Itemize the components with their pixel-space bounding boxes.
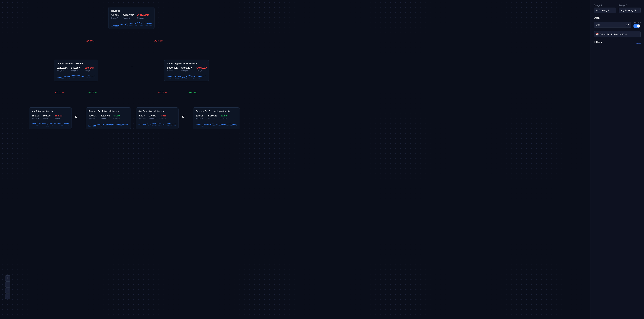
num-first-title: # of 1st Appointments xyxy=(32,110,69,112)
range-a-group: Range A: Jul 31 - Aug 14 xyxy=(594,4,616,13)
first-appt-range-b-label: Range B xyxy=(71,69,80,71)
rev-per-first-change-label: Change xyxy=(113,117,120,119)
num-first-change: -396.00 xyxy=(54,114,62,117)
pct-first-num: -67.01% xyxy=(55,91,64,94)
num-repeat-change-label: Change xyxy=(160,117,167,119)
pct-root-first: -66.33% xyxy=(86,40,94,43)
add-filter-button[interactable]: +add xyxy=(636,42,641,45)
num-repeat-card: # of Repeat Appointments 5.47K Range A 2… xyxy=(136,107,178,129)
download-button[interactable]: ↓ xyxy=(5,294,10,299)
zoom-in-button[interactable]: + xyxy=(5,275,10,281)
filters-label: Filters xyxy=(594,41,602,44)
first-appt-range-a: $120.82K xyxy=(56,66,68,69)
zoom-controls: + − ⛶ ↓ xyxy=(5,275,10,299)
repeat-appt-change-label: Change xyxy=(196,69,208,71)
remove-repeat-num-button[interactable]: X xyxy=(182,115,184,119)
num-repeat-range-a-label: Range A xyxy=(138,117,146,119)
repeat-appt-card: Repeat Appointments Revenue $900.43K Ran… xyxy=(164,59,209,81)
pct-first-rev: +2.05% xyxy=(88,91,96,94)
date-select-dropdown[interactable]: Day ▲▼ xyxy=(594,22,632,27)
rev-per-repeat-title: Revenue Per Repeat Appointments xyxy=(196,110,237,112)
pct-repeat-num: -55.05% xyxy=(158,91,166,94)
zoom-out-button[interactable]: − xyxy=(5,282,10,287)
rev-per-repeat-change: $0.55 xyxy=(220,114,227,117)
date-select-value: Day xyxy=(596,23,600,26)
num-first-range-a: 591.00 xyxy=(32,114,40,117)
rev-per-first-change: $4.19 xyxy=(113,114,120,117)
revenue-change-value: -$574.45K xyxy=(137,14,149,17)
rev-per-repeat-range-b: $165.22 xyxy=(208,114,217,117)
num-repeat-range-b-label: Range B xyxy=(149,117,156,119)
compare-label: Compare xyxy=(633,21,641,23)
num-first-range-a-label: Range A xyxy=(32,117,40,119)
first-appt-range-b: $40.68K xyxy=(71,66,80,69)
range-b-label: Range B: xyxy=(619,4,641,6)
rev-per-first-range-a-label: Range A xyxy=(88,117,98,119)
date-range-value: Jul 31, 2024 - Aug 29, 2024 xyxy=(600,33,627,35)
date-row: Day ▲▼ Compare xyxy=(594,21,641,28)
num-first-range-b-label: Range B xyxy=(43,117,50,119)
add-node-button[interactable]: + xyxy=(129,63,135,69)
revenue-card: Revenue $1.02M Range A $446.79K Range B … xyxy=(108,7,154,29)
range-a-label: Range A: xyxy=(594,4,616,6)
settings-icon[interactable]: ⋮ xyxy=(639,3,641,6)
num-repeat-change: -3.01K xyxy=(160,114,167,117)
repeat-appt-range-b-label: Range B xyxy=(181,69,192,71)
rev-per-repeat-range-b-label: Range B xyxy=(208,117,217,119)
first-appt-change: -$80.14K xyxy=(84,66,94,69)
fullscreen-button[interactable]: ⛶ xyxy=(5,288,10,293)
revenue-range-b-value: $446.79K xyxy=(123,14,134,17)
rev-per-repeat-range-a-label: Range A xyxy=(196,117,205,119)
first-appt-range-a-label: Range A xyxy=(56,69,68,71)
pct-repeat-rev: +0.33% xyxy=(189,91,197,94)
repeat-appt-title: Repeat Appointments Revenue xyxy=(167,62,206,65)
repeat-appt-range-a: $900.43K xyxy=(167,66,178,69)
rev-per-first-range-b: $208.62 xyxy=(101,114,110,117)
num-first-range-b: 195.00 xyxy=(43,114,50,117)
rev-per-first-range-b-label: Range B xyxy=(101,117,110,119)
num-repeat-range-b: 2.46K xyxy=(149,114,156,117)
ranges-section: Range A: Jul 31 - Aug 14 Range B: Aug 14… xyxy=(594,4,641,13)
right-panel: ⋮ Range A: Jul 31 - Aug 14 Range B: Aug … xyxy=(590,0,644,319)
rev-per-repeat-card: Revenue Per Repeat Appointments $164.67 … xyxy=(193,107,240,129)
range-b-group: Range B: Aug 14 - Aug 29 xyxy=(619,4,641,13)
first-appt-title: 1st Appointments Revenue xyxy=(56,62,96,65)
compare-group: Compare xyxy=(633,21,641,28)
repeat-appt-range-a-label: Range A xyxy=(167,69,178,71)
rev-per-first-range-a: $204.43 xyxy=(88,114,98,117)
date-section-title: Date xyxy=(594,16,641,19)
num-repeat-range-a: 5.47K xyxy=(138,114,146,117)
num-first-card: # of 1st Appointments 591.00 Range A 195… xyxy=(29,107,72,129)
first-appt-change-label: Change xyxy=(84,69,94,71)
filters-row: Filters +add xyxy=(594,41,641,46)
range-a-value[interactable]: Jul 31 - Aug 14 xyxy=(594,7,616,13)
range-b-value[interactable]: Aug 14 - Aug 29 xyxy=(619,7,641,13)
chevron-down-icon: ▲▼ xyxy=(626,24,629,26)
repeat-appt-change: -$494.31K xyxy=(196,66,208,69)
revenue-range-a-value: $1.02M xyxy=(111,14,120,17)
revenue-range-b-label: Range B xyxy=(123,17,134,19)
revenue-range-a-label: Range A xyxy=(111,17,120,19)
num-repeat-title: # of Repeat Appointments xyxy=(138,110,176,112)
rev-per-repeat-change-label: Change xyxy=(220,117,227,119)
remove-first-num-button[interactable]: X xyxy=(75,115,77,119)
date-range-input[interactable]: 📅 Jul 31, 2024 - Aug 29, 2024 xyxy=(594,31,641,37)
calendar-icon: 📅 xyxy=(596,33,599,35)
compare-toggle[interactable] xyxy=(634,24,640,28)
rev-per-repeat-range-a: $164.67 xyxy=(196,114,205,117)
pct-root-repeat: -54.90% xyxy=(154,40,163,43)
revenue-change-label: Change xyxy=(137,17,149,19)
num-first-change-label: Change xyxy=(54,117,62,119)
revenue-card-title: Revenue xyxy=(111,9,152,12)
first-appt-card: 1st Appointments Revenue $120.82K Range … xyxy=(54,59,98,81)
rev-per-first-title: Revenue Per 1st Appointments xyxy=(88,110,128,112)
rev-per-first-card: Revenue Per 1st Appointments $204.43 Ran… xyxy=(86,107,131,129)
repeat-appt-range-b: $406.11K xyxy=(181,66,192,69)
